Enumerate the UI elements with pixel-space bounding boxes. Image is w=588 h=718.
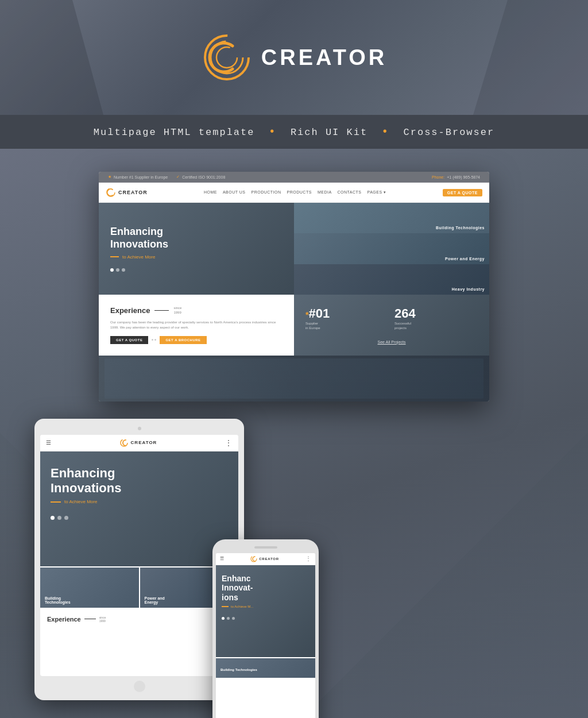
website-hero-section: Enhancing Innovations to Achieve More Bu… bbox=[99, 203, 489, 295]
tagline-part2: Rich UI Kit bbox=[291, 127, 368, 138]
hero-dot-3 bbox=[122, 268, 125, 272]
website-navbar: CREATOR HOME ABOUT US PRODUCTION PRODUCT… bbox=[99, 183, 489, 203]
experience-since-text: since 1999 bbox=[173, 306, 181, 315]
info-badge-1: ★ Number #1 Supplier in Europe bbox=[108, 175, 168, 179]
category-building-tech: Building Technologies bbox=[294, 203, 489, 233]
nav-link-products[interactable]: PRODUCTS bbox=[287, 190, 312, 195]
experience-description: Our company has been the leading provide… bbox=[110, 320, 283, 330]
experience-since-line bbox=[154, 310, 169, 311]
see-all-projects-link[interactable]: See All Projects bbox=[305, 340, 478, 344]
phone-cat-item: Building Technologies bbox=[216, 658, 315, 678]
tablet-hero-dots bbox=[51, 516, 228, 520]
phone-menu-icon[interactable]: ☰ bbox=[220, 556, 224, 561]
tablet-nav-logo-icon bbox=[119, 438, 129, 447]
tablet-nav-logo-text: CREATOR bbox=[131, 440, 157, 445]
info-badge-2: ✓ Certified ISO 9001:2008 bbox=[176, 175, 225, 179]
stat-projects: 264 Successful projects bbox=[394, 306, 478, 333]
website-experience: Experience since 1999 Our company has be… bbox=[99, 295, 294, 356]
phone-hero-dots bbox=[222, 617, 310, 620]
tablet-cat-label-2: Power andEnergy bbox=[145, 596, 165, 604]
stat-projects-number: 264 bbox=[394, 306, 478, 321]
website-cta-button[interactable]: GET A QUOTE bbox=[443, 189, 482, 196]
website-nav-links: HOME ABOUT US PRODUCTION PRODUCTS MEDIA … bbox=[204, 190, 386, 195]
phone-hero: EnhancInnovat-ions to Achieve M... bbox=[216, 565, 315, 657]
tablet-camera bbox=[138, 427, 141, 430]
website-hero-right: Building Technologies Power and Energy H… bbox=[294, 203, 489, 295]
phone-navbar: ☰ CREATOR ⋮ bbox=[216, 553, 315, 565]
shield-icon: ★ bbox=[108, 175, 111, 179]
website-info-section: Experience since 1999 Our company has be… bbox=[99, 295, 489, 356]
phone-nav-logo: CREATOR bbox=[250, 555, 279, 562]
tablet-hero: Enhancing Innovations to Achieve More bbox=[40, 451, 238, 566]
main-content: ★ Number #1 Supplier in Europe ✓ Certifi… bbox=[0, 149, 588, 718]
tablet-nav-logo: CREATOR bbox=[119, 438, 157, 447]
experience-title-row: Experience since 1999 bbox=[110, 306, 283, 315]
nav-link-production[interactable]: PRODUCTION bbox=[252, 190, 281, 195]
tablet-options-icon[interactable]: ⋮ bbox=[225, 439, 233, 447]
category-label-3: Heavy Industry bbox=[452, 287, 485, 291]
tagline-dot2: • bbox=[381, 125, 389, 138]
nav-link-contacts[interactable]: CONTACTS bbox=[338, 190, 362, 195]
nav-link-home[interactable]: HOME bbox=[204, 190, 217, 195]
tablet-cat-building: BuildingTechnologies bbox=[40, 568, 139, 608]
tablet-dot-3 bbox=[64, 516, 68, 520]
website-nav-logo-text: CREATOR bbox=[118, 190, 148, 195]
tablet-experience-title: Experience bbox=[47, 616, 81, 623]
website-info-bar: ★ Number #1 Supplier in Europe ✓ Certifi… bbox=[99, 172, 489, 183]
nav-link-pages[interactable]: PAGES ▾ bbox=[368, 190, 386, 195]
website-hero-title: Enhancing Innovations bbox=[110, 226, 283, 250]
phone-dot-3 bbox=[232, 617, 235, 620]
phone-container: ☰ CREATOR ⋮ EnhancInnov bbox=[212, 539, 319, 718]
hero-dot-2 bbox=[116, 268, 119, 272]
tablet-hero-subtitle: to Achieve More bbox=[51, 499, 228, 504]
creator-c-logo-icon bbox=[201, 32, 253, 83]
tagline-part3: Cross-Browser bbox=[404, 127, 495, 138]
tagline-part1: Multipage HTML template bbox=[94, 127, 255, 138]
nav-link-about[interactable]: ABOUT US bbox=[223, 190, 246, 195]
website-stats: *#01 Supplier in Europe 264 Successful p… bbox=[294, 295, 489, 356]
tablet-dot-2 bbox=[57, 516, 61, 520]
tablet-screen: ☰ CREATOR ⋮ Enhancing bbox=[40, 435, 238, 676]
logo-container: CREATOR bbox=[201, 32, 387, 83]
stat-supplier: *#01 Supplier in Europe bbox=[305, 306, 389, 333]
desktop-preview: ★ Number #1 Supplier in Europe ✓ Certifi… bbox=[99, 172, 489, 402]
website-hero-subtitle: to Achieve More bbox=[110, 254, 283, 260]
phone-hero-subtitle: to Achieve M... bbox=[222, 605, 310, 608]
phone-nav-logo-icon bbox=[250, 555, 257, 562]
check-icon: ✓ bbox=[176, 175, 180, 179]
phone-options-icon[interactable]: ⋮ bbox=[305, 555, 311, 562]
hero-section: CREATOR bbox=[0, 0, 588, 115]
tagline-text: Multipage HTML template • Rich UI Kit • … bbox=[94, 127, 494, 138]
tablet-navbar: ☰ CREATOR ⋮ bbox=[40, 435, 238, 451]
phone-dot-2 bbox=[227, 617, 230, 620]
category-power-energy: Power and Energy bbox=[294, 233, 489, 264]
tablet-categories: BuildingTechnologies Power andEnergy bbox=[40, 568, 238, 608]
tablet-menu-icon[interactable]: ☰ bbox=[46, 439, 51, 446]
phone-dot-1 bbox=[222, 617, 225, 620]
phone-screen: ☰ CREATOR ⋮ EnhancInnov bbox=[216, 553, 315, 718]
hero-dot-1 bbox=[110, 268, 114, 272]
info-phone: Phone: +1 (489) 965-5874 bbox=[432, 175, 480, 179]
phone-label: Phone: bbox=[432, 175, 444, 179]
phone-frame: ☰ CREATOR ⋮ EnhancInnov bbox=[212, 539, 319, 718]
tablet-home-button[interactable] bbox=[134, 681, 145, 692]
get-brochure-button[interactable]: GET A BROCHURE bbox=[160, 336, 206, 344]
phone-nav-logo-text: CREATOR bbox=[259, 557, 279, 561]
category-heavy-industry: Heavy Industry bbox=[294, 264, 489, 295]
devices-section: ☰ CREATOR ⋮ Enhancing bbox=[34, 407, 554, 700]
dot-1 bbox=[152, 339, 153, 341]
stat-supplier-number: *#01 bbox=[305, 306, 389, 321]
website-hero-left: Enhancing Innovations to Achieve More bbox=[99, 203, 294, 295]
tablet-cat-label-1: BuildingTechnologies bbox=[45, 596, 71, 604]
stat-projects-label: Successful projects bbox=[394, 321, 478, 331]
brand-logo-text: CREATOR bbox=[261, 45, 387, 70]
category-label-2: Power and Energy bbox=[445, 257, 485, 261]
nav-link-media[interactable]: MEDIA bbox=[318, 190, 332, 195]
website-nav-logo: CREATOR bbox=[106, 187, 148, 198]
phone-number: +1 (489) 965-5874 bbox=[447, 175, 480, 179]
get-quote-button[interactable]: GET A QUOTE bbox=[110, 336, 148, 344]
phone-speaker bbox=[254, 546, 277, 549]
dot-2 bbox=[154, 339, 156, 341]
tagline-bar: Multipage HTML template • Rich UI Kit • … bbox=[0, 115, 588, 149]
tablet-hero-title: Enhancing Innovations bbox=[51, 466, 228, 496]
